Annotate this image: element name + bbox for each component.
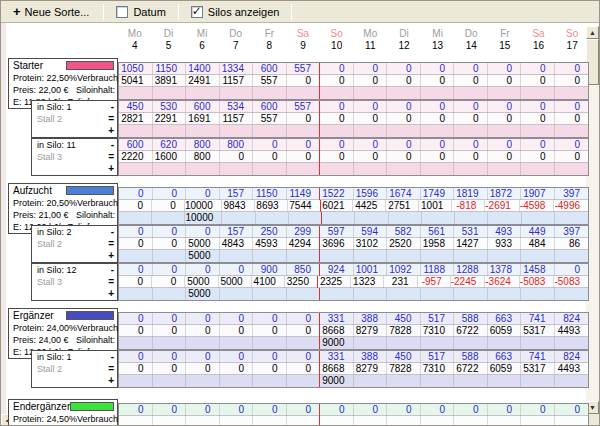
grid-cell[interactable] — [119, 125, 153, 137]
grid-cell[interactable]: 1157 — [220, 113, 254, 125]
grid-cell[interactable] — [119, 288, 153, 300]
grid-cell[interactable]: 3891 — [153, 75, 187, 87]
grid-cell[interactable]: 597 — [320, 226, 354, 238]
grid-cell[interactable] — [320, 87, 354, 99]
grid-cell[interactable]: 924 — [320, 264, 354, 276]
grid-cell[interactable]: 588 — [454, 351, 488, 363]
grid-cell[interactable]: 299 — [287, 226, 321, 238]
grid-cell[interactable]: 7828 — [387, 325, 421, 337]
grid-cell[interactable]: 0 — [454, 151, 488, 163]
grid-cell[interactable]: 620 — [153, 139, 187, 151]
grid-cell[interactable]: 0 — [287, 151, 321, 163]
grid-cell[interactable] — [387, 250, 421, 262]
grid-cell[interactable]: 0 — [186, 404, 220, 416]
grid-cell[interactable]: 0 — [555, 101, 589, 113]
grid-cell[interactable]: 1188 — [421, 264, 455, 276]
grid-cell[interactable] — [354, 250, 388, 262]
grid-cell[interactable]: 0 — [387, 75, 421, 87]
grid-cell[interactable]: 0 — [287, 313, 321, 325]
grid-cell[interactable] — [354, 337, 388, 349]
grid-cell[interactable] — [320, 163, 354, 175]
grid-cell[interactable]: 1522 — [320, 188, 354, 200]
grid-cell[interactable]: 557 — [253, 75, 287, 87]
grid-cell[interactable] — [555, 416, 589, 425]
grid-cell[interactable]: 0 — [119, 363, 153, 375]
grid-cell[interactable]: 1427 — [454, 238, 488, 250]
grid-cell[interactable]: 0 — [488, 151, 522, 163]
grid-cell[interactable]: 0 — [220, 325, 254, 337]
grid-cell[interactable] — [289, 212, 322, 224]
grid-cell[interactable] — [455, 212, 488, 224]
grid-cell[interactable]: 0 — [186, 363, 220, 375]
grid-cell[interactable]: 6722 — [454, 325, 488, 337]
grid-cell[interactable] — [220, 375, 254, 387]
grid-cell[interactable]: 250 — [253, 226, 287, 238]
grid-cell[interactable] — [555, 337, 589, 349]
grid-cell[interactable] — [389, 212, 422, 224]
grid-cell[interactable]: 0 — [488, 101, 522, 113]
grid-cell[interactable]: 933 — [488, 238, 522, 250]
grid-cell[interactable]: 0 — [320, 101, 354, 113]
grid-cell[interactable]: 741 — [521, 313, 555, 325]
grid-cell[interactable] — [454, 125, 488, 137]
grid-cell[interactable]: 2220 — [119, 151, 153, 163]
grid-cell[interactable]: 0 — [153, 313, 187, 325]
grid-cell[interactable] — [354, 288, 388, 300]
sorte-color-swatch[interactable] — [66, 311, 114, 320]
grid-cell[interactable] — [454, 375, 488, 387]
grid-cell[interactable] — [253, 125, 287, 137]
grid-cell[interactable]: 6059 — [488, 325, 522, 337]
grid-cell[interactable]: 0 — [287, 404, 321, 416]
grid-cell[interactable]: 0 — [521, 101, 555, 113]
grid-cell[interactable]: 1001 — [419, 200, 452, 212]
grid-cell[interactable] — [488, 87, 522, 99]
grid-cell[interactable]: 0 — [421, 139, 455, 151]
grid-cell[interactable]: 1400 — [186, 63, 220, 75]
grid-cell[interactable]: 6021 — [321, 200, 354, 212]
grid-cell[interactable]: 9000 — [320, 337, 354, 349]
grid-cell[interactable] — [387, 87, 421, 99]
grid-cell[interactable] — [555, 375, 589, 387]
grid-cell[interactable] — [153, 337, 187, 349]
grid-cell[interactable]: 5317 — [521, 325, 555, 337]
grid-cell[interactable]: 331 — [320, 351, 354, 363]
grid-cell[interactable]: 2520 — [387, 238, 421, 250]
grid-cell[interactable]: 0 — [454, 404, 488, 416]
grid-cell[interactable]: 530 — [153, 101, 187, 113]
grid-cell[interactable]: 0 — [387, 404, 421, 416]
grid-cell[interactable]: 397 — [555, 226, 589, 238]
grid-cell[interactable]: 5000 — [186, 250, 220, 262]
grid-cell[interactable] — [220, 87, 254, 99]
grid-cell[interactable]: 1050 — [119, 63, 153, 75]
grid-cell[interactable] — [186, 163, 220, 175]
grid-cell[interactable]: 7544 — [288, 200, 321, 212]
grid-cell[interactable]: 9000 — [320, 375, 354, 387]
scroll-up-button[interactable]: ▲ — [586, 26, 599, 39]
grid-cell[interactable]: -818 — [452, 200, 485, 212]
grid-cell[interactable]: 388 — [354, 313, 388, 325]
grid-cell[interactable]: 1150 — [153, 63, 187, 75]
grid-cell[interactable] — [220, 288, 254, 300]
grid-cell[interactable]: 0 — [421, 63, 455, 75]
grid-cell[interactable]: 0 — [119, 325, 153, 337]
grid-cell[interactable]: 2751 — [386, 200, 419, 212]
grid-cell[interactable]: 3250 — [285, 276, 318, 288]
grid-cell[interactable]: 0 — [119, 313, 153, 325]
grid-cell[interactable]: 800 — [186, 139, 220, 151]
grid-cell[interactable]: 86 — [555, 238, 589, 250]
grid-cell[interactable] — [488, 212, 521, 224]
silos-anzeigen-checkbox[interactable]: ✓ Silos anzeigen — [187, 4, 284, 20]
grid-cell[interactable]: -5083 — [554, 276, 588, 288]
grid-cell[interactable] — [253, 87, 287, 99]
grid-cell[interactable]: 0 — [387, 151, 421, 163]
grid-cell[interactable]: 663 — [488, 351, 522, 363]
grid-cell[interactable]: 0 — [153, 238, 187, 250]
grid-cell[interactable]: 0 — [119, 188, 153, 200]
grid-cell[interactable]: 0 — [186, 325, 220, 337]
grid-cell[interactable]: 663 — [488, 313, 522, 325]
grid-cell[interactable]: 0 — [488, 404, 522, 416]
grid-cell[interactable]: 1907 — [521, 188, 555, 200]
grid-cell[interactable]: 1149 — [287, 188, 321, 200]
grid-cell[interactable]: 850 — [287, 264, 321, 276]
grid-cell[interactable]: 800 — [186, 151, 220, 163]
